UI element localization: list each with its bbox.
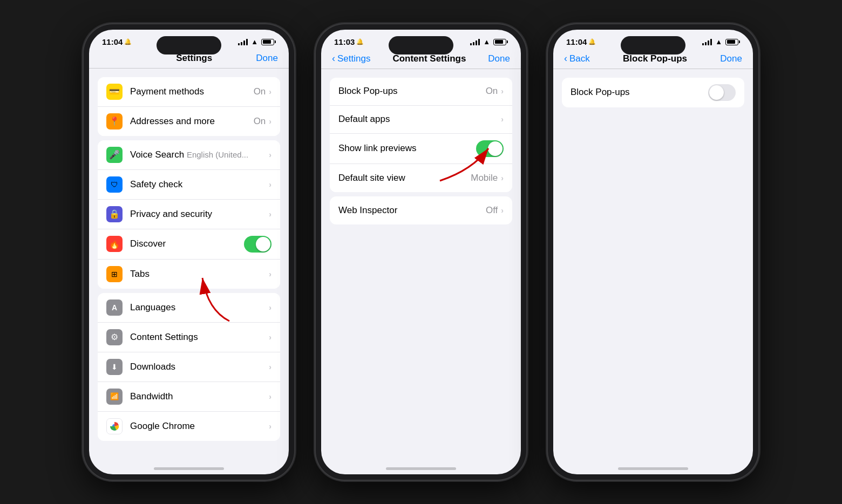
voice-search-chevron: ›: [269, 151, 271, 159]
languages-label: Languages: [130, 302, 269, 313]
voice-search-icon: 🎤: [106, 147, 123, 163]
status-time-1: 11:04 🔔: [102, 37, 132, 46]
web-inspector-row[interactable]: Web Inspector Off ›: [330, 196, 512, 224]
settings-section-1-2: 🎤 Voice Search English (United... › 🛡 Sa…: [98, 140, 280, 289]
safety-check-chevron: ›: [269, 180, 271, 189]
content-settings-label: Content Settings: [130, 332, 269, 343]
default-site-view-chevron: ›: [501, 174, 504, 182]
discover-toggle[interactable]: [244, 236, 271, 253]
status-time-3: 11:04 🔔: [566, 37, 596, 46]
block-popups-toggle-row[interactable]: Block Pop-ups: [562, 78, 744, 107]
voice-search-row[interactable]: 🎤 Voice Search English (United... ›: [98, 140, 280, 170]
payment-chevron: ›: [269, 87, 271, 96]
payment-value: On: [254, 86, 266, 97]
wifi-icon-2: ▲: [483, 38, 490, 46]
default-site-view-label: Default site view: [338, 173, 471, 183]
default-apps-chevron: ›: [501, 115, 504, 124]
wifi-icon-3: ▲: [715, 38, 722, 46]
link-previews-toggle[interactable]: [476, 140, 504, 157]
dynamic-island-3: [621, 36, 685, 55]
payment-icon: 💳: [106, 84, 123, 100]
nav-title-1: Settings: [176, 53, 212, 64]
google-chrome-row[interactable]: Google Chrome ›: [98, 412, 280, 441]
web-inspector-value: Off: [486, 205, 498, 216]
nav-title-2: Content Settings: [392, 53, 466, 64]
tabs-chevron: ›: [269, 270, 271, 278]
done-button-1[interactable]: Done: [256, 53, 278, 64]
iphone-3-screen: 11:04 🔔 ▲ ‹ Back Block Pop-ups Done: [553, 30, 753, 474]
bell-icon-1: 🔔: [124, 38, 132, 45]
bandwidth-label: Bandwidth: [130, 391, 269, 402]
block-popups-chevron: ›: [501, 87, 504, 96]
downloads-label: Downloads: [130, 362, 269, 372]
settings-section-1-1: 💳 Payment methods On › 📍 Addresses and m…: [98, 77, 280, 136]
home-indicator-3: [618, 467, 688, 470]
back-button-3[interactable]: ‹ Back: [564, 53, 590, 64]
block-popups-row[interactable]: Block Pop-ups On ›: [330, 78, 512, 106]
safety-check-label: Safety check: [130, 179, 269, 190]
downloads-row[interactable]: ⬇ Downloads ›: [98, 352, 280, 382]
iphone-2-screen: 11:03 🔔 ▲ ‹ Settings Content Settings: [321, 30, 521, 474]
status-icons-2: ▲: [470, 38, 508, 46]
home-indicator-2: [386, 467, 456, 470]
back-button-2[interactable]: ‹ Settings: [332, 53, 370, 64]
safety-check-icon: 🛡: [106, 176, 123, 193]
web-inspector-chevron: ›: [501, 206, 504, 215]
done-button-2[interactable]: Done: [488, 53, 510, 64]
iphone-2: 11:03 🔔 ▲ ‹ Settings Content Settings: [316, 24, 526, 480]
block-popups-label: Block Pop-ups: [338, 86, 486, 97]
languages-row[interactable]: A Languages ›: [98, 293, 280, 323]
tabs-label: Tabs: [130, 269, 269, 280]
google-chrome-label: Google Chrome: [130, 421, 269, 432]
show-link-previews-row[interactable]: Show link previews: [330, 134, 512, 164]
settings-section-2-2: Web Inspector Off ›: [330, 196, 512, 224]
default-apps-label: Default apps: [338, 114, 501, 125]
done-button-3[interactable]: Done: [720, 53, 742, 64]
nav-title-3: Block Pop-ups: [623, 53, 687, 64]
downloads-chevron: ›: [269, 363, 271, 371]
discover-label: Discover: [130, 239, 244, 249]
dynamic-island-2: [389, 36, 453, 55]
content-settings-chevron: ›: [269, 333, 271, 342]
languages-icon: A: [106, 299, 123, 316]
discover-row[interactable]: 🔥 Discover: [98, 229, 280, 260]
addresses-chevron: ›: [269, 117, 271, 126]
bell-icon-2: 🔔: [356, 38, 364, 45]
battery-icon-2: [493, 39, 508, 45]
safety-check-row[interactable]: 🛡 Safety check ›: [98, 170, 280, 200]
signal-bars-2: [470, 39, 480, 45]
addresses-row[interactable]: 📍 Addresses and more On ›: [98, 107, 280, 136]
block-popups-toggle[interactable]: [708, 84, 736, 101]
voice-search-label: Voice Search English (United...: [130, 149, 269, 160]
bandwidth-chevron: ›: [269, 392, 271, 401]
discover-icon: 🔥: [106, 236, 123, 252]
default-site-view-row[interactable]: Default site view Mobile ›: [330, 164, 512, 192]
privacy-row[interactable]: 🔒 Privacy and security ›: [98, 200, 280, 229]
status-icons-1: ▲: [238, 38, 276, 46]
bell-icon-3: 🔔: [588, 38, 596, 45]
downloads-icon: ⬇: [106, 359, 123, 375]
iphone-3: 11:04 🔔 ▲ ‹ Back Block Pop-ups Done: [548, 24, 758, 480]
bandwidth-icon: 📶: [106, 389, 123, 405]
web-inspector-label: Web Inspector: [338, 205, 486, 216]
content-settings-icon: ⚙: [106, 329, 123, 345]
bandwidth-row[interactable]: 📶 Bandwidth ›: [98, 382, 280, 412]
tabs-icon: ⊞: [106, 266, 123, 282]
block-popups-value: On: [486, 86, 498, 97]
home-indicator-1: [154, 467, 224, 470]
privacy-chevron: ›: [269, 210, 271, 219]
settings-section-1-3: A Languages › ⚙ Content Settings › ⬇ Dow…: [98, 293, 280, 441]
google-chrome-icon: [106, 418, 123, 434]
status-time-2: 11:03 🔔: [334, 37, 364, 46]
default-apps-row[interactable]: Default apps ›: [330, 106, 512, 134]
content-settings-row[interactable]: ⚙ Content Settings ›: [98, 323, 280, 352]
settings-section-3-1: Block Pop-ups: [562, 78, 744, 107]
payment-methods-row[interactable]: 💳 Payment methods On ›: [98, 77, 280, 107]
show-link-previews-label: Show link previews: [338, 143, 476, 154]
tabs-row[interactable]: ⊞ Tabs ›: [98, 260, 280, 289]
addresses-label: Addresses and more: [130, 116, 254, 127]
iphone-1: 11:04 🔔 ▲ Settings Done: [84, 24, 294, 480]
privacy-icon: 🔒: [106, 206, 123, 222]
iphone-1-screen: 11:04 🔔 ▲ Settings Done: [89, 30, 289, 474]
settings-section-2-1: Block Pop-ups On › Default apps › Show l…: [330, 78, 512, 192]
